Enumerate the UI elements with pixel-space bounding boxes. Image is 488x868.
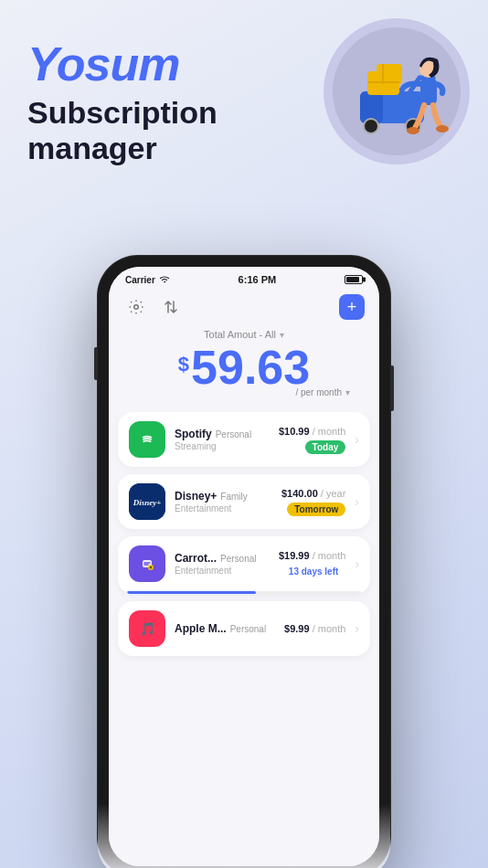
status-right <box>345 275 363 284</box>
subscription-list: Spotify Personal Streaming $10.99 / mont… <box>109 412 379 866</box>
total-dropdown-icon[interactable]: ▾ <box>280 330 284 340</box>
sort-button[interactable] <box>158 294 184 320</box>
toolbar-left <box>123 294 184 320</box>
subscription-card-carrot[interactable]: Carrot... Personal Entertainment $19.99 … <box>118 536 370 594</box>
spotify-badge: Today <box>305 440 346 454</box>
chevron-right-icon: › <box>355 494 359 509</box>
dollar-sign: $ <box>178 353 189 376</box>
subscription-card-spotify[interactable]: Spotify Personal Streaming $10.99 / mont… <box>118 412 370 467</box>
chevron-right-icon: › <box>355 621 359 636</box>
amount-number: 59.63 <box>191 344 310 391</box>
disney-price: $140.00 / year <box>281 488 345 499</box>
apple-name: Apple M... <box>175 622 227 635</box>
spotify-icon <box>129 421 165 458</box>
svg-text:🎵: 🎵 <box>140 621 156 637</box>
sort-icon <box>163 299 179 315</box>
phone-outer: Carrier 6:16 PM <box>98 256 390 868</box>
gear-icon <box>128 299 144 315</box>
total-amount: $ 59.63 <box>123 344 365 391</box>
disney-name: Disney+ <box>175 490 217 503</box>
carrot-right: $19.99 / month 13 days left <box>279 550 345 578</box>
settings-button[interactable] <box>123 294 149 320</box>
chevron-right-icon: › <box>355 432 359 447</box>
app-name: Yosum <box>27 37 217 91</box>
add-button[interactable]: + <box>339 294 365 320</box>
app-content: + Total Amout - All ▾ $ 59.63 / per mont… <box>109 289 379 866</box>
subscription-card-disney[interactable]: Disney+ Disney+ Family Entertainment $14… <box>118 474 370 529</box>
total-label: Total Amout - All ▾ <box>123 329 365 340</box>
top-section: Yosum Subscription manager <box>0 0 488 292</box>
svg-point-12 <box>436 125 449 132</box>
carrot-name: Carrot... <box>175 552 217 565</box>
carrot-icon <box>129 545 165 582</box>
chevron-right-icon: › <box>355 556 359 571</box>
svg-point-14 <box>139 431 155 448</box>
carrot-type: Personal <box>220 554 256 564</box>
carrot-badge: 13 days left <box>281 565 345 578</box>
spotify-info: Spotify Personal Streaming <box>175 428 270 451</box>
spotify-category: Streaming <box>175 441 270 451</box>
spotify-type: Personal <box>216 429 251 439</box>
wifi-icon <box>159 274 170 285</box>
phone-mockup: Carrier 6:16 PM <box>98 256 390 868</box>
illustration <box>324 18 470 164</box>
svg-point-13 <box>134 305 139 310</box>
status-carrier: Carrier <box>125 274 170 285</box>
disney-type: Family <box>220 492 247 502</box>
apple-info: Apple M... Personal <box>175 622 275 636</box>
illustration-svg <box>333 27 461 155</box>
period-dropdown-icon[interactable]: ▾ <box>345 387 350 397</box>
svg-rect-4 <box>377 64 402 84</box>
toolbar: + <box>109 289 379 325</box>
phone-screen: Carrier 6:16 PM <box>109 267 379 866</box>
disney-info: Disney+ Family Entertainment <box>175 490 272 513</box>
disney-icon: Disney+ <box>129 483 165 520</box>
app-subtitle: Subscription manager <box>27 95 217 166</box>
status-time: 6:16 PM <box>239 274 277 285</box>
carrot-info: Carrot... Personal Entertainment <box>175 552 270 576</box>
carrot-category: Entertainment <box>175 566 270 576</box>
svg-point-11 <box>407 127 419 134</box>
spotify-name: Spotify <box>175 428 212 440</box>
svg-point-7 <box>364 119 378 133</box>
apple-type: Personal <box>230 624 266 634</box>
spotify-right: $10.99 / month Today <box>279 426 345 454</box>
carrot-price: $19.99 / month <box>279 550 345 561</box>
battery-icon <box>345 275 363 284</box>
total-section: Total Amout - All ▾ $ 59.63 / per month … <box>109 325 379 412</box>
disney-right: $140.00 / year Tomorrow <box>281 488 345 516</box>
disney-badge: Tomorrow <box>287 503 345 516</box>
subscription-card-apple[interactable]: 🎵 Apple M... Personal $9.99 / month <box>118 601 370 656</box>
app-title: Yosum Subscription manager <box>27 37 217 166</box>
apple-icon: 🎵 <box>129 610 165 647</box>
apple-right: $9.99 / month <box>284 623 345 634</box>
disney-category: Entertainment <box>175 503 272 513</box>
svg-text:Disney+: Disney+ <box>133 498 162 507</box>
spotify-price: $10.99 / month <box>279 426 345 437</box>
svg-rect-10 <box>420 78 437 105</box>
carrot-progress-bar <box>127 591 361 594</box>
apple-price: $9.99 / month <box>284 623 345 634</box>
status-bar: Carrier 6:16 PM <box>109 267 379 289</box>
